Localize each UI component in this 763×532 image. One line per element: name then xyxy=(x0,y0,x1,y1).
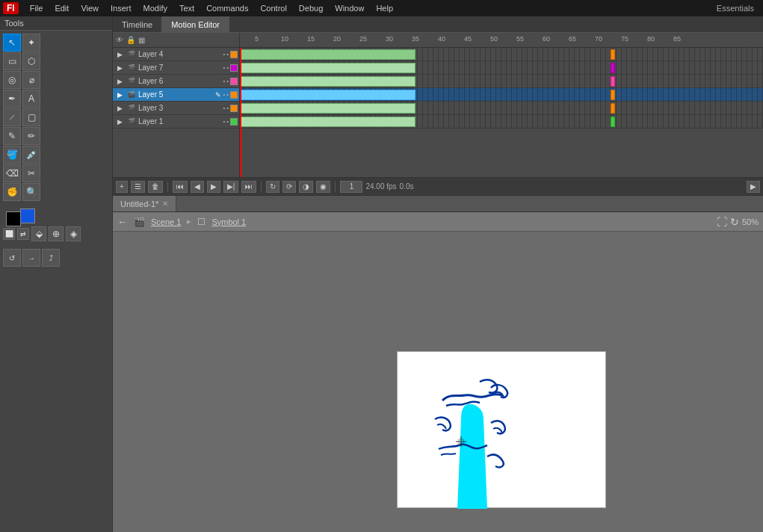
free-transform-tool[interactable]: ▭ xyxy=(3,52,21,70)
gradient-tool[interactable]: ⬡ xyxy=(22,52,40,70)
layer-row-4[interactable]: ▶ 🎬 Layer 4 • • xyxy=(113,48,239,61)
frame-end-4 xyxy=(611,49,615,60)
symbol-link[interactable]: Symbol 1 xyxy=(211,217,246,226)
rotate-tool[interactable]: ↺ xyxy=(3,249,21,267)
selection-tool[interactable]: ↖ xyxy=(3,34,21,52)
stroke-color[interactable] xyxy=(6,211,21,226)
layer3-type-icon: 🎬 xyxy=(126,103,137,114)
prev-keyframe-btn[interactable]: ⏮ xyxy=(173,181,188,193)
layer3-color xyxy=(230,105,238,112)
back-button[interactable]: ← xyxy=(117,216,128,228)
frames-header: 5 10 15 20 25 30 35 40 45 50 55 60 65 70 xyxy=(240,33,763,47)
menu-view[interactable]: View xyxy=(75,2,104,14)
prev-frame-btn[interactable]: ◀ xyxy=(191,181,204,193)
layer-row-1[interactable]: ▶ 🎬 Layer 1 • • xyxy=(113,115,239,129)
pencil-tool[interactable]: ✎ xyxy=(3,127,21,145)
menu-edit[interactable]: Edit xyxy=(49,2,74,14)
swap-colors-btn[interactable]: ⇄ xyxy=(17,228,29,240)
eyedropper-tool[interactable]: 💉 xyxy=(22,146,40,164)
zoom-fit-icon[interactable]: ⛶ xyxy=(717,216,727,228)
current-frame-input[interactable] xyxy=(340,181,362,193)
layer5-dot1: • xyxy=(223,91,225,98)
layer-row-6[interactable]: ▶ 🎬 Layer 6 • • xyxy=(113,75,239,88)
play-btn[interactable]: ▶ xyxy=(207,181,220,193)
rotate-canvas-icon[interactable]: ↻ xyxy=(730,216,739,228)
snap-btn[interactable]: ⊕ xyxy=(49,226,64,241)
eraser-tool[interactable]: ⌫ xyxy=(3,164,21,182)
no-color-btn[interactable]: ⬜ xyxy=(3,228,15,240)
menu-window[interactable]: Window xyxy=(330,2,369,14)
menu-commands[interactable]: Commands xyxy=(201,2,253,14)
line-tool[interactable]: ⟋ xyxy=(3,108,21,126)
subselection-tool[interactable]: ✦ xyxy=(22,34,40,52)
menu-control[interactable]: Control xyxy=(255,2,291,14)
frame-row-3 xyxy=(240,102,763,115)
add-motion-btn[interactable]: ☰ xyxy=(131,181,145,193)
menu-insert[interactable]: Insert xyxy=(105,2,137,14)
text-tool[interactable]: A xyxy=(22,90,40,108)
scene-link[interactable]: Scene 1 xyxy=(151,217,181,226)
menu-help[interactable]: Help xyxy=(371,2,398,14)
color-modifiers: ⬜ ⇄ ⬙ ⊕ ◈ xyxy=(3,226,109,241)
zoom-tool[interactable]: 🔍 xyxy=(22,183,40,201)
lasso-tool[interactable]: ◎ xyxy=(3,71,21,89)
tab-timeline[interactable]: Timeline xyxy=(113,16,162,32)
tab-motion-editor[interactable]: Motion Editor xyxy=(162,16,229,32)
symbol-icon: ☐ xyxy=(197,217,206,227)
magic-wand-tool[interactable]: ⌀ xyxy=(22,71,40,89)
layer3-icon: ▶ xyxy=(114,103,125,114)
path-tool[interactable]: ⤴ xyxy=(42,249,60,267)
frame-row-7 xyxy=(240,61,763,75)
doc-tab-bar: Untitled-1* ✕ xyxy=(113,196,763,212)
pen-tool[interactable]: ✒ xyxy=(3,90,21,108)
scrollbar-right[interactable]: ▶ xyxy=(747,181,760,193)
ctrl-divider-3 xyxy=(335,182,336,192)
menu-file[interactable]: File xyxy=(25,2,49,14)
rubber-tool[interactable]: ✂ xyxy=(22,164,40,182)
onion-skin-btn[interactable]: ◑ xyxy=(299,181,313,193)
snap2-btn[interactable]: ◈ xyxy=(66,226,81,241)
layer4-dot2: • xyxy=(226,51,229,58)
frame-bar-5 xyxy=(240,90,416,100)
next-frame-btn[interactable]: ▶| xyxy=(223,181,239,193)
sync-btn[interactable]: ⟳ xyxy=(282,181,296,193)
layer-row-5[interactable]: ▶ 🎬 Layer 5 ✎ • • xyxy=(113,88,239,102)
layer5-color xyxy=(230,91,238,99)
frame-row-6 xyxy=(240,75,763,88)
hand-tool[interactable]: ✊ xyxy=(3,183,21,201)
fill-color[interactable] xyxy=(20,208,35,223)
canvas-frame xyxy=(397,351,606,508)
frame-55: 55 xyxy=(516,35,524,43)
frame-35: 35 xyxy=(412,35,419,43)
frames-area xyxy=(240,48,763,177)
doc-tab-close[interactable]: ✕ xyxy=(162,200,168,208)
grid-header-icon[interactable]: ▦ xyxy=(138,36,145,44)
layer3-name: Layer 3 xyxy=(138,104,221,112)
layer-row-7[interactable]: ▶ 🎬 Layer 7 • • xyxy=(113,61,239,75)
doc-tab-name: Untitled-1* xyxy=(120,200,158,208)
frame-20: 20 xyxy=(333,35,341,43)
delete-layer-btn[interactable]: 🗑 xyxy=(148,181,163,193)
layer-row-3[interactable]: ▶ 🎬 Layer 3 • • xyxy=(113,102,239,115)
layer1-dot2: • xyxy=(226,118,229,125)
tools-panel-label: Tools xyxy=(0,16,112,31)
next-keyframe-btn[interactable]: ⏭ xyxy=(241,181,256,193)
doc-tab-untitled[interactable]: Untitled-1* ✕ xyxy=(113,196,176,211)
brush-tool[interactable]: ✏ xyxy=(22,127,40,145)
rect-tool[interactable]: ▢ xyxy=(22,108,40,126)
object-drawing-btn[interactable]: ⬙ xyxy=(31,226,46,241)
frame-row-5 xyxy=(240,88,763,102)
menu-debug[interactable]: Debug xyxy=(294,2,328,14)
frame-bar-4 xyxy=(240,49,416,60)
new-layer-btn[interactable]: + xyxy=(116,181,128,193)
layer6-type-icon: 🎬 xyxy=(126,76,137,87)
loop-btn[interactable]: ↻ xyxy=(266,181,279,193)
menu-modify[interactable]: Modify xyxy=(138,2,173,14)
arrow-tool[interactable]: → xyxy=(22,249,40,267)
menu-text[interactable]: Text xyxy=(174,2,200,14)
onion-outlines-btn[interactable]: ◉ xyxy=(316,181,330,193)
ink-bucket-tool[interactable]: 🪣 xyxy=(3,146,21,164)
lock-header-icon[interactable]: 🔒 xyxy=(126,36,135,44)
eye-icon[interactable]: 👁 xyxy=(116,36,123,44)
frame-end-3 xyxy=(611,103,615,114)
